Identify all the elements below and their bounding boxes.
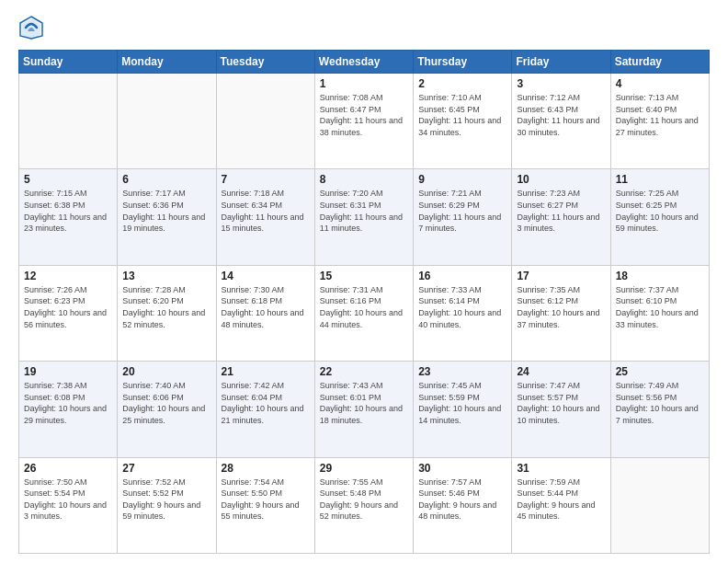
- day-number: 22: [320, 365, 408, 378]
- calendar-week-3: 12Sunrise: 7:26 AM Sunset: 6:23 PM Dayli…: [19, 265, 710, 361]
- day-number: 1: [320, 77, 408, 90]
- day-info: Sunrise: 7:26 AM Sunset: 6:23 PM Dayligh…: [24, 284, 112, 330]
- calendar-cell: 17Sunrise: 7:35 AM Sunset: 6:12 PM Dayli…: [512, 265, 610, 361]
- day-number: 24: [517, 365, 605, 378]
- day-number: 5: [24, 173, 112, 186]
- day-number: 26: [24, 462, 112, 475]
- calendar-week-2: 5Sunrise: 7:15 AM Sunset: 6:38 PM Daylig…: [19, 169, 710, 265]
- day-info: Sunrise: 7:38 AM Sunset: 6:08 PM Dayligh…: [24, 380, 112, 426]
- day-info: Sunrise: 7:15 AM Sunset: 6:38 PM Dayligh…: [24, 188, 112, 234]
- day-info: Sunrise: 7:17 AM Sunset: 6:36 PM Dayligh…: [122, 188, 210, 234]
- calendar-cell: 7Sunrise: 7:18 AM Sunset: 6:34 PM Daylig…: [216, 169, 314, 265]
- calendar-cell: 1Sunrise: 7:08 AM Sunset: 6:47 PM Daylig…: [314, 74, 413, 169]
- calendar-cell: 2Sunrise: 7:10 AM Sunset: 6:45 PM Daylig…: [414, 74, 512, 169]
- day-info: Sunrise: 7:30 AM Sunset: 6:18 PM Dayligh…: [222, 284, 310, 330]
- day-info: Sunrise: 7:49 AM Sunset: 5:56 PM Dayligh…: [616, 380, 704, 426]
- day-info: Sunrise: 7:33 AM Sunset: 6:14 PM Dayligh…: [418, 284, 506, 330]
- calendar-header-tuesday: Tuesday: [216, 51, 314, 74]
- calendar-cell: 8Sunrise: 7:20 AM Sunset: 6:31 PM Daylig…: [314, 169, 413, 265]
- calendar-cell: 16Sunrise: 7:33 AM Sunset: 6:14 PM Dayli…: [414, 265, 512, 361]
- calendar-week-4: 19Sunrise: 7:38 AM Sunset: 6:08 PM Dayli…: [19, 362, 710, 457]
- calendar-header-saturday: Saturday: [610, 51, 709, 74]
- calendar-table: SundayMondayTuesdayWednesdayThursdayFrid…: [18, 50, 710, 554]
- day-number: 11: [616, 173, 704, 186]
- day-info: Sunrise: 7:54 AM Sunset: 5:50 PM Dayligh…: [222, 477, 310, 523]
- day-info: Sunrise: 7:35 AM Sunset: 6:12 PM Dayligh…: [517, 284, 605, 330]
- calendar-header-row: SundayMondayTuesdayWednesdayThursdayFrid…: [19, 51, 710, 74]
- day-info: Sunrise: 7:13 AM Sunset: 6:40 PM Dayligh…: [616, 92, 704, 138]
- calendar-cell: [118, 74, 216, 169]
- calendar-week-1: 1Sunrise: 7:08 AM Sunset: 6:47 PM Daylig…: [19, 74, 710, 169]
- calendar-cell: 3Sunrise: 7:12 AM Sunset: 6:43 PM Daylig…: [512, 74, 610, 169]
- logo-icon: [18, 15, 44, 40]
- day-number: 20: [122, 365, 210, 378]
- calendar-cell: 12Sunrise: 7:26 AM Sunset: 6:23 PM Dayli…: [19, 265, 118, 361]
- calendar-header-wednesday: Wednesday: [314, 51, 413, 74]
- day-info: Sunrise: 7:08 AM Sunset: 6:47 PM Dayligh…: [320, 92, 408, 138]
- day-number: 19: [24, 365, 112, 378]
- day-number: 14: [222, 270, 310, 282]
- day-info: Sunrise: 7:52 AM Sunset: 5:52 PM Dayligh…: [122, 477, 210, 523]
- day-info: Sunrise: 7:55 AM Sunset: 5:48 PM Dayligh…: [320, 477, 408, 523]
- calendar-cell: 26Sunrise: 7:50 AM Sunset: 5:54 PM Dayli…: [19, 457, 118, 553]
- calendar-header-sunday: Sunday: [19, 51, 118, 74]
- calendar-cell: 14Sunrise: 7:30 AM Sunset: 6:18 PM Dayli…: [216, 265, 314, 361]
- day-number: 17: [517, 270, 605, 282]
- calendar-cell: 19Sunrise: 7:38 AM Sunset: 6:08 PM Dayli…: [19, 362, 118, 457]
- calendar-cell: 31Sunrise: 7:59 AM Sunset: 5:44 PM Dayli…: [512, 457, 610, 553]
- calendar-header-thursday: Thursday: [414, 51, 512, 74]
- calendar-cell: [19, 74, 118, 169]
- calendar-cell: 24Sunrise: 7:47 AM Sunset: 5:57 PM Dayli…: [512, 362, 610, 457]
- calendar-header-friday: Friday: [512, 51, 610, 74]
- calendar-cell: 27Sunrise: 7:52 AM Sunset: 5:52 PM Dayli…: [118, 457, 216, 553]
- calendar-cell: 6Sunrise: 7:17 AM Sunset: 6:36 PM Daylig…: [118, 169, 216, 265]
- day-number: 29: [320, 462, 408, 475]
- calendar-cell: 22Sunrise: 7:43 AM Sunset: 6:01 PM Dayli…: [314, 362, 413, 457]
- day-info: Sunrise: 7:57 AM Sunset: 5:46 PM Dayligh…: [418, 477, 506, 523]
- day-info: Sunrise: 7:12 AM Sunset: 6:43 PM Dayligh…: [517, 92, 605, 138]
- header: [18, 15, 710, 40]
- day-number: 3: [517, 77, 605, 90]
- day-number: 8: [320, 173, 408, 186]
- day-number: 12: [24, 270, 112, 282]
- day-info: Sunrise: 7:28 AM Sunset: 6:20 PM Dayligh…: [122, 284, 210, 330]
- day-info: Sunrise: 7:59 AM Sunset: 5:44 PM Dayligh…: [517, 477, 605, 523]
- calendar-cell: 5Sunrise: 7:15 AM Sunset: 6:38 PM Daylig…: [19, 169, 118, 265]
- day-number: 16: [418, 270, 506, 282]
- calendar-cell: 9Sunrise: 7:21 AM Sunset: 6:29 PM Daylig…: [414, 169, 512, 265]
- day-info: Sunrise: 7:31 AM Sunset: 6:16 PM Dayligh…: [320, 284, 408, 330]
- day-info: Sunrise: 7:37 AM Sunset: 6:10 PM Dayligh…: [616, 284, 704, 330]
- day-info: Sunrise: 7:23 AM Sunset: 6:27 PM Dayligh…: [517, 188, 605, 234]
- day-number: 4: [616, 77, 704, 90]
- calendar-header-monday: Monday: [118, 51, 216, 74]
- calendar-cell: 15Sunrise: 7:31 AM Sunset: 6:16 PM Dayli…: [314, 265, 413, 361]
- day-info: Sunrise: 7:18 AM Sunset: 6:34 PM Dayligh…: [222, 188, 310, 234]
- day-number: 25: [616, 365, 704, 378]
- day-number: 23: [418, 365, 506, 378]
- day-info: Sunrise: 7:21 AM Sunset: 6:29 PM Dayligh…: [418, 188, 506, 234]
- day-number: 9: [418, 173, 506, 186]
- calendar-cell: 4Sunrise: 7:13 AM Sunset: 6:40 PM Daylig…: [610, 74, 709, 169]
- day-number: 10: [517, 173, 605, 186]
- calendar-cell: [610, 457, 709, 553]
- day-number: 6: [122, 173, 210, 186]
- day-number: 27: [122, 462, 210, 475]
- calendar-cell: 28Sunrise: 7:54 AM Sunset: 5:50 PM Dayli…: [216, 457, 314, 553]
- day-number: 15: [320, 270, 408, 282]
- day-number: 28: [222, 462, 310, 475]
- day-info: Sunrise: 7:50 AM Sunset: 5:54 PM Dayligh…: [24, 477, 112, 523]
- day-info: Sunrise: 7:45 AM Sunset: 5:59 PM Dayligh…: [418, 380, 506, 426]
- calendar-cell: 25Sunrise: 7:49 AM Sunset: 5:56 PM Dayli…: [610, 362, 709, 457]
- day-number: 30: [418, 462, 506, 475]
- day-number: 31: [517, 462, 605, 475]
- day-number: 21: [222, 365, 310, 378]
- day-info: Sunrise: 7:42 AM Sunset: 6:04 PM Dayligh…: [222, 380, 310, 426]
- calendar-cell: 23Sunrise: 7:45 AM Sunset: 5:59 PM Dayli…: [414, 362, 512, 457]
- day-info: Sunrise: 7:25 AM Sunset: 6:25 PM Dayligh…: [616, 188, 704, 234]
- calendar-cell: 30Sunrise: 7:57 AM Sunset: 5:46 PM Dayli…: [414, 457, 512, 553]
- day-info: Sunrise: 7:43 AM Sunset: 6:01 PM Dayligh…: [320, 380, 408, 426]
- calendar-cell: 29Sunrise: 7:55 AM Sunset: 5:48 PM Dayli…: [314, 457, 413, 553]
- calendar-cell: 18Sunrise: 7:37 AM Sunset: 6:10 PM Dayli…: [610, 265, 709, 361]
- calendar-cell: 13Sunrise: 7:28 AM Sunset: 6:20 PM Dayli…: [118, 265, 216, 361]
- day-number: 7: [222, 173, 310, 186]
